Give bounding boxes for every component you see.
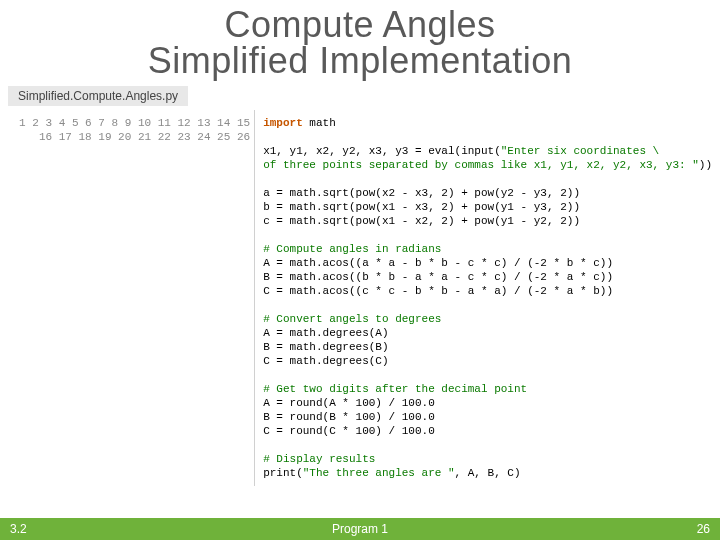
code-text: b = math.sqrt(pow(x1 - x3, 2) + pow(y1 -…: [263, 201, 580, 213]
footer-section-number: 3.2: [0, 522, 80, 536]
code-text: C = math.degrees(C): [263, 355, 388, 367]
code-text: )): [699, 159, 712, 171]
title-line1: Compute Angles: [0, 6, 720, 44]
line-number-gutter: 1 2 3 4 5 6 7 8 9 10 11 12 13 14 15 16 1…: [0, 110, 255, 486]
code-text: , A, B, C): [455, 467, 521, 479]
code-text: B = math.degrees(B): [263, 341, 388, 353]
code-text: c = math.sqrt(pow(x1 - x2, 2) + pow(y1 -…: [263, 215, 580, 227]
string-literal: "Enter six coordinates \: [501, 145, 659, 157]
filename-tag: Simplified.Compute.Angles.py: [8, 86, 188, 106]
code-text: A = math.acos((a * a - b * b - c * c) / …: [263, 257, 613, 269]
footer-program-label: Program 1: [80, 522, 640, 536]
comment: # Convert angels to degrees: [263, 313, 441, 325]
code-text: C = math.acos((c * c - b * b - a * a) / …: [263, 285, 613, 297]
title-block: Compute Angles Simplified Implementation: [0, 0, 720, 80]
comment: # Get two digits after the decimal point: [263, 383, 527, 395]
code-text: B = round(B * 100) / 100.0: [263, 411, 435, 423]
slide: Compute Angles Simplified Implementation…: [0, 0, 720, 540]
code-text: a = math.sqrt(pow(x2 - x3, 2) + pow(y2 -…: [263, 187, 580, 199]
string-literal: "The three angles are ": [303, 467, 455, 479]
code-text: A = round(A * 100) / 100.0: [263, 397, 435, 409]
code-block: 1 2 3 4 5 6 7 8 9 10 11 12 13 14 15 16 1…: [0, 110, 720, 486]
code-text: C = round(C * 100) / 100.0: [263, 425, 435, 437]
footer-bar: 3.2 Program 1 26: [0, 518, 720, 540]
code-text: print(: [263, 467, 303, 479]
code-text: x1, y1, x2, y2, x3, y3 = eval(input(: [263, 145, 501, 157]
title-line2: Simplified Implementation: [0, 42, 720, 80]
code-text: math: [303, 117, 336, 129]
comment: # Display results: [263, 453, 375, 465]
string-literal: of three points separated by commas like…: [263, 159, 699, 171]
code-text: A = math.degrees(A): [263, 327, 388, 339]
code-content: import math x1, y1, x2, y2, x3, y3 = eva…: [255, 110, 720, 486]
code-text: B = math.acos((b * b - a * a - c * c) / …: [263, 271, 613, 283]
footer-page-number: 26: [640, 522, 720, 536]
comment: # Compute angles in radians: [263, 243, 441, 255]
kw-import: import: [263, 117, 303, 129]
